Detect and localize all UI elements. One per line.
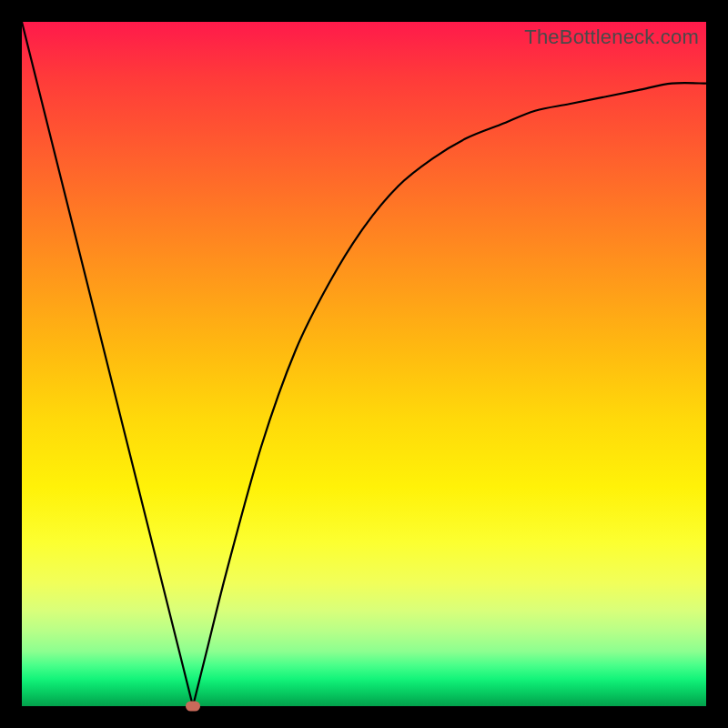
minimum-marker	[186, 702, 200, 712]
chart-plot-area: TheBottleneck.com	[22, 22, 706, 706]
curve-path	[22, 22, 706, 706]
bottleneck-curve	[22, 22, 706, 706]
chart-frame: TheBottleneck.com	[0, 0, 728, 728]
